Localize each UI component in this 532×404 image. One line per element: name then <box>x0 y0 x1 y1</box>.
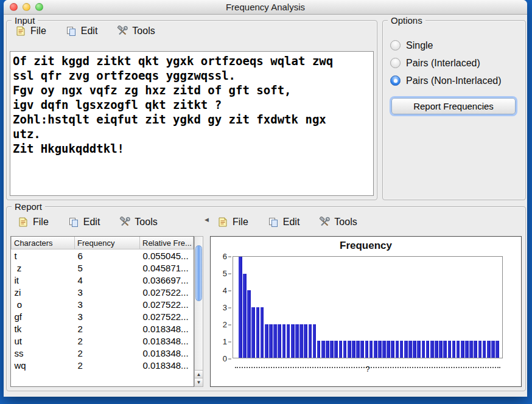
report-group: Report File Edit <box>6 206 526 391</box>
table-cell[interactable]: ut <box>12 335 75 347</box>
table-cell[interactable]: 3 <box>75 310 140 322</box>
y-tick-label: 3 <box>223 304 227 312</box>
radio-option[interactable]: Pairs (Interlaced) <box>390 54 525 72</box>
table-cell[interactable]: z <box>12 262 75 274</box>
chart-bar <box>251 307 255 358</box>
menu-tools[interactable]: Tools <box>117 26 155 37</box>
minimize-button[interactable] <box>23 3 30 11</box>
menu-file[interactable]: File <box>15 26 46 37</box>
chart-bar <box>360 341 364 358</box>
table-row[interactable]: t60.055045... <box>12 249 194 262</box>
column-header-frequency[interactable]: Frequency <box>75 237 140 249</box>
y-tick-label: 5 <box>223 270 227 277</box>
table-cell[interactable]: 2 <box>75 335 140 347</box>
chart-bar <box>339 341 343 358</box>
table-cell[interactable]: 0.036697... <box>140 274 194 286</box>
split-divider[interactable]: ◀ <box>203 213 210 387</box>
table-scrollbar[interactable]: ▲ ▼ <box>194 236 203 387</box>
report-table-panel: File Edit Tools <box>10 213 203 387</box>
menu-tools-label: Tools <box>135 217 157 228</box>
menu-edit[interactable]: Edit <box>66 26 98 37</box>
table-cell[interactable]: tk <box>12 322 75 335</box>
table-cell[interactable]: t <box>12 249 75 262</box>
column-header-characters[interactable]: Characters <box>12 237 75 249</box>
input-textarea[interactable]: Of zit kggd zitkt qkt ygxk ortfzoeqs wql… <box>10 51 374 196</box>
radio-icon[interactable] <box>390 75 401 86</box>
chart-bar <box>391 341 394 358</box>
chart-bar <box>247 290 251 358</box>
table-cell[interactable]: o <box>12 298 75 310</box>
chart-bar <box>443 341 447 358</box>
table-cell[interactable]: 3 <box>75 298 140 310</box>
radio-option[interactable]: Pairs (Non-Interlaced) <box>390 72 525 89</box>
table-row[interactable]: it40.036697... <box>12 274 194 286</box>
input-text-line: Zohl:hstqlt eiqfut zit ygkd gy zit fxdwt… <box>13 112 371 127</box>
menu-edit[interactable]: Edit <box>68 217 100 228</box>
table-cell[interactable]: 0.055045... <box>140 249 194 262</box>
table-cell[interactable]: 2 <box>75 347 140 359</box>
table-cell[interactable]: zi <box>12 286 75 298</box>
table-cell[interactable]: 6 <box>75 249 140 262</box>
y-tick-label: 2 <box>223 321 227 329</box>
table-cell[interactable]: 0.027522... <box>140 286 194 298</box>
table-cell[interactable]: 0.027522... <box>140 310 194 322</box>
table-row[interactable]: tk20.018348... <box>12 322 194 335</box>
report-frequencies-button[interactable]: Report Frequencies <box>391 98 516 114</box>
zoom-button[interactable] <box>35 3 43 11</box>
titlebar[interactable]: Frequency Analysis <box>4 0 527 15</box>
table-row[interactable]: ut20.018348... <box>12 335 194 347</box>
input-text-line: ssl qfr zvg ortfzoeqs yggzwqssl. <box>13 68 371 83</box>
column-header-relative-frequency[interactable]: Relative Fre... <box>140 237 194 249</box>
table-cell[interactable]: 0.018348... <box>140 335 194 347</box>
table-row[interactable]: gf30.027522... <box>12 310 194 322</box>
menu-edit[interactable]: Edit <box>268 217 300 228</box>
table-row[interactable]: wq20.018348... <box>12 359 194 371</box>
menu-file[interactable]: File <box>18 217 49 228</box>
file-icon <box>217 217 228 228</box>
table-cell[interactable]: 0.027522... <box>140 298 194 310</box>
table-cell[interactable]: it <box>12 274 75 286</box>
chart-bar <box>317 341 321 358</box>
scrollbar-thumb[interactable] <box>195 245 202 301</box>
menu-file-label: File <box>30 26 46 37</box>
table-cell[interactable]: 0.018348... <box>140 347 194 359</box>
scroll-down-icon[interactable]: ▼ <box>195 378 203 386</box>
table-row[interactable]: z50.045871... <box>12 262 194 274</box>
chart-bar <box>261 307 264 358</box>
input-text-line: utz. <box>13 127 371 141</box>
table-cell[interactable]: gf <box>12 310 75 322</box>
table-cell[interactable]: 2 <box>75 359 140 371</box>
y-tick-label: 0 <box>223 355 227 363</box>
radio-option[interactable]: Single <box>390 37 525 54</box>
collapse-left-icon[interactable]: ◀ <box>205 217 209 223</box>
menu-tools[interactable]: Tools <box>319 217 357 228</box>
chart-bars <box>233 257 502 358</box>
menu-edit-label: Edit <box>81 26 98 37</box>
table-cell[interactable]: 0.045871... <box>140 262 194 274</box>
scroll-up-icon[interactable]: ▲ <box>195 370 203 378</box>
table-row[interactable]: o30.027522... <box>12 298 194 310</box>
radio-label: Pairs (Non-Interlaced) <box>406 75 502 86</box>
radio-icon[interactable] <box>390 58 401 68</box>
table-row[interactable]: ss20.018348... <box>12 347 194 359</box>
menu-file[interactable]: File <box>217 217 248 228</box>
table-cell[interactable]: 0.018348... <box>140 359 194 371</box>
table-cell[interactable]: ss <box>12 347 75 359</box>
chart-bar <box>461 341 464 358</box>
radio-icon[interactable] <box>390 40 401 50</box>
table-cell[interactable]: 3 <box>75 286 140 298</box>
chart-bar <box>387 341 390 358</box>
options-group: Options SinglePairs (Interlaced)Pairs (N… <box>382 20 526 200</box>
table-cell[interactable]: wq <box>12 359 75 371</box>
chart-bar <box>435 341 438 358</box>
table-cell[interactable]: 2 <box>75 322 140 335</box>
table-cell[interactable]: 0.018348... <box>140 322 194 335</box>
table-cell[interactable]: 4 <box>75 274 140 286</box>
chart-bar <box>326 341 329 358</box>
table-row[interactable]: zi30.027522... <box>12 286 194 298</box>
chart-bar <box>469 341 473 358</box>
menu-tools[interactable]: Tools <box>119 217 157 228</box>
close-button[interactable] <box>10 3 18 11</box>
table-cell[interactable]: 5 <box>75 262 140 274</box>
chart-bar <box>378 341 382 358</box>
